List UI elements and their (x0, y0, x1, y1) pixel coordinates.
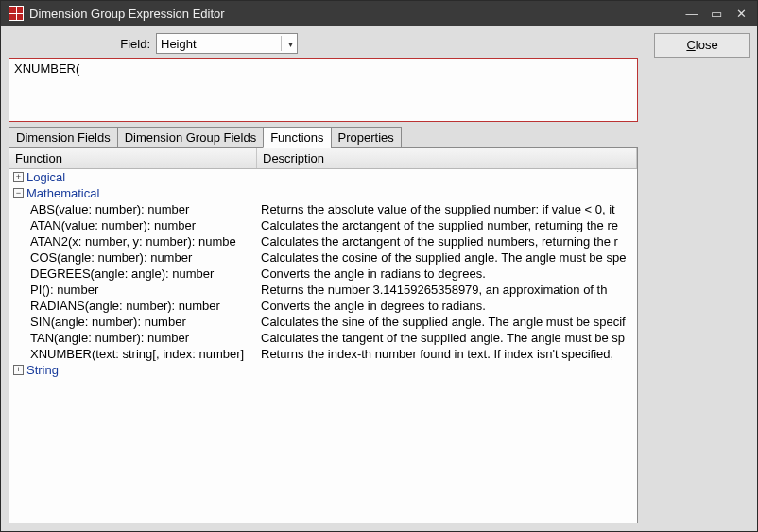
function-name: ATAN2(x: number, y: number): numbe (30, 234, 236, 249)
function-desc: Calculates the tangent of the supplied a… (257, 330, 637, 346)
minimize-button[interactable]: — (680, 4, 704, 23)
function-row[interactable]: SIN(angle: number): number Calculates th… (9, 314, 637, 330)
titlebar: Dimension Group Expression Editor — ▭ ✕ (1, 1, 757, 26)
function-row[interactable]: ATAN2(x: number, y: number): numbe Calcu… (9, 233, 637, 249)
grid-header: Function Description (9, 148, 637, 169)
function-name: COS(angle: number): number (30, 250, 192, 265)
function-row[interactable]: ATAN(value: number): number Calculates t… (9, 217, 637, 233)
window-title: Dimension Group Expression Editor (29, 7, 680, 21)
combo-divider (281, 36, 282, 51)
collapse-icon[interactable]: − (13, 188, 24, 198)
function-desc: Returns the number 3.14159265358979, an … (257, 282, 637, 298)
function-name: ABS(value: number): number (30, 202, 189, 216)
tab-functions[interactable]: Functions (263, 127, 331, 148)
function-row[interactable]: ABS(value: number): number Returns the a… (9, 201, 637, 217)
function-row[interactable]: TAN(angle: number): number Calculates th… (9, 330, 637, 346)
tabstrip: Dimension Fields Dimension Group Fields … (9, 126, 638, 147)
function-name: RADIANS(angle: number): number (30, 299, 220, 313)
category-string[interactable]: + String (9, 362, 637, 378)
function-row[interactable]: DEGREES(angle: angle): number Converts t… (9, 266, 637, 282)
app-icon (9, 6, 24, 21)
function-desc: Converts the angle in degrees to radians… (257, 298, 637, 314)
field-combo-value: Height (161, 37, 197, 51)
close-window-button[interactable]: ✕ (729, 4, 753, 23)
right-pane: Close (646, 26, 757, 531)
category-logical[interactable]: + Logical (9, 169, 637, 185)
function-desc: Calculates the arctangent of the supplie… (257, 217, 637, 233)
function-row[interactable]: XNUMBER(text: string[, index: number] Re… (9, 346, 637, 362)
left-pane: Field: Height ▾ Dimension Fields Dimensi… (1, 26, 646, 531)
function-desc: Converts the angle in radians to degrees… (257, 266, 637, 282)
maximize-button[interactable]: ▭ (704, 4, 729, 23)
field-label: Field: (9, 37, 150, 51)
expression-input[interactable] (9, 58, 638, 122)
category-label: Logical (26, 170, 65, 184)
function-row[interactable]: PI(): number Returns the number 3.141592… (9, 282, 637, 298)
function-name: TAN(angle: number): number (30, 331, 189, 345)
function-name: PI(): number (30, 283, 98, 297)
function-desc: Calculates the sine of the supplied angl… (257, 314, 637, 330)
field-combo[interactable]: Height ▾ (156, 33, 298, 54)
category-mathematical[interactable]: − Mathematical (9, 185, 637, 201)
tab-properties[interactable]: Properties (331, 127, 402, 148)
function-name: ATAN(value: number): number (30, 218, 196, 232)
function-desc: Calculates the arctangent of the supplie… (257, 233, 637, 249)
expand-icon[interactable]: + (13, 172, 24, 182)
grid-body[interactable]: + Logical − Mathematical ABS(value: numb… (9, 169, 637, 523)
category-label: String (26, 363, 59, 377)
tab-dimension-group-fields[interactable]: Dimension Group Fields (117, 127, 264, 148)
expand-icon[interactable]: + (13, 365, 24, 375)
function-row[interactable]: RADIANS(angle: number): number Converts … (9, 298, 637, 314)
function-desc: Returns the absolute value of the suppli… (257, 201, 637, 217)
function-desc: Calculates the cosine of the supplied an… (257, 249, 637, 266)
window: Dimension Group Expression Editor — ▭ ✕ … (0, 0, 758, 532)
functions-grid: Function Description + Logical − Mathema… (9, 147, 638, 523)
tab-dimension-fields[interactable]: Dimension Fields (9, 127, 118, 148)
col-header-function[interactable]: Function (9, 148, 257, 168)
close-button[interactable]: Close (654, 33, 750, 58)
function-row[interactable]: COS(angle: number): number Calculates th… (9, 249, 637, 266)
chevron-down-icon: ▾ (288, 39, 293, 49)
function-desc: Returns the index-th number found in tex… (257, 346, 637, 362)
client-area: Field: Height ▾ Dimension Fields Dimensi… (1, 26, 757, 531)
col-header-description[interactable]: Description (257, 148, 637, 168)
category-label: Mathematical (26, 186, 99, 200)
function-name: DEGREES(angle: angle): number (30, 266, 214, 281)
function-name: SIN(angle: number): number (30, 315, 186, 329)
function-name: XNUMBER(text: string[, index: number] (30, 347, 244, 361)
field-row: Field: Height ▾ (9, 33, 638, 54)
